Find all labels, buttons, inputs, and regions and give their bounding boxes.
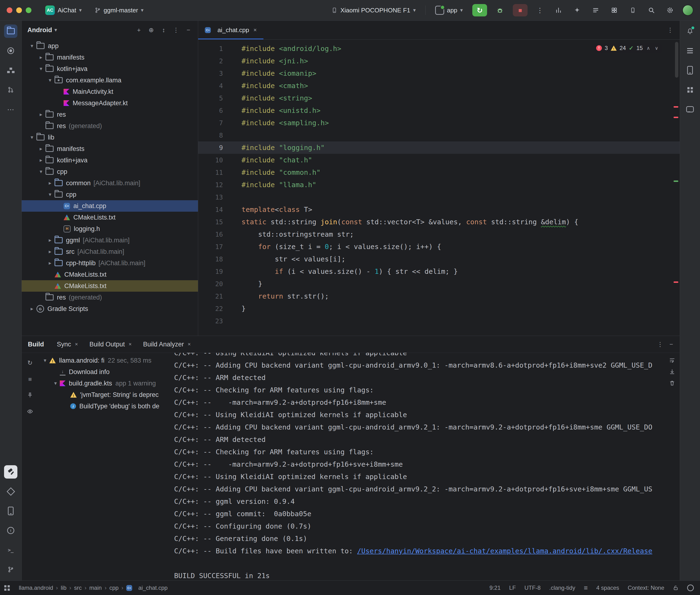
breadcrumb-item[interactable]: main [89,585,102,591]
chevron-right-icon[interactable]: ▸ [36,54,46,60]
code-style-icon[interactable]: ≡ [584,584,588,592]
scroll-to-end-icon[interactable] [669,369,675,375]
tree-item-com-example-llama[interactable]: ▾com.example.llama [22,75,198,86]
more-tool-windows-icon[interactable]: ⋯ [4,103,18,116]
close-tab-icon[interactable]: × [75,341,78,347]
line-number[interactable]: 3 [198,70,223,77]
clear-console-icon[interactable] [669,380,675,386]
line-number[interactable]: 6 [198,107,223,114]
more-actions-button[interactable]: ⋮ [534,4,546,17]
problems-tool-icon[interactable]: ! [4,524,18,537]
chevron-right-icon[interactable]: ▸ [36,146,46,152]
code-line-2[interactable]: 2#include <jni.h> [198,55,680,67]
tree-item-kotlin-java[interactable]: ▸kotlin+java [22,154,198,166]
project-selector[interactable]: AC AiChat ▾ [42,4,85,17]
user-avatar[interactable] [682,5,693,16]
lock-icon[interactable] [673,585,678,591]
line-number[interactable]: 18 [198,255,223,263]
breadcrumb-item[interactable]: llama.android [19,585,53,591]
tab-build-output[interactable]: Build Output × [84,336,137,352]
line-number[interactable]: 7 [198,119,223,127]
line-number[interactable]: 9 [198,144,223,151]
build-tree-item[interactable]: ▾!llama.android: fi22 sec, 583 ms [38,355,171,366]
cursor-position[interactable]: 9:21 [489,585,501,591]
tree-item-ggml[interactable]: ▸ggml[AiChat.lib.main] [22,234,198,246]
line-number[interactable]: 14 [198,206,223,213]
build-tree-item[interactable]: ↓Download info [38,366,171,378]
chevron-right-icon[interactable]: ▸ [36,157,46,163]
code-line-21[interactable]: 21 return str.str(); [198,290,680,302]
indent-widget[interactable]: 4 spaces [596,585,619,591]
line-number[interactable]: 4 [198,82,223,89]
tree-item-kotlin-java[interactable]: ▾kotlin+java [22,63,198,75]
tool-window-toggle-icon[interactable] [4,585,10,591]
tab-build-analyzer[interactable]: Build Analyzer × [137,336,196,352]
chevron-down-icon[interactable]: ▾ [51,380,60,387]
settings-gear-icon[interactable] [664,4,676,17]
tab-ai-chat-cpp[interactable]: C+ ai_chat.cpp × [198,21,263,39]
code-line-15[interactable]: 15static std::string join(const std::vec… [198,216,680,228]
device-selector[interactable]: Xiaomi POCOPHONE F1 ▾ [328,5,419,16]
soft-wrap-icon[interactable] [669,357,675,363]
locate-file-button[interactable]: ⊕ [146,25,157,35]
tree-item-cmakelists-txt[interactable]: CMakeLists.txt [22,212,198,223]
structure-tool-icon[interactable] [4,63,18,77]
code-line-19[interactable]: 19 if (i < values.size() - 1) { str << d… [198,265,680,278]
code-line-16[interactable]: 16 std::ostringstream str; [198,228,680,240]
chevron-down-icon[interactable]: ▾ [41,358,49,364]
chevron-right-icon[interactable]: ▸ [27,306,36,312]
tree-item-cpp[interactable]: ▾cpp [22,166,198,177]
code-line-4[interactable]: 4#include <cmath> [198,80,680,92]
breadcrumb-item[interactable]: lib [61,585,66,591]
chevron-right-icon[interactable]: ▸ [46,180,55,186]
tree-item-manifests[interactable]: ▸manifests [22,143,198,154]
editor[interactable]: 1#include <android/log.h>2#include <jni.… [198,39,680,336]
tree-item-lib[interactable]: ▾lib [22,132,198,143]
chevron-down-icon[interactable]: ▾ [36,66,46,72]
tree-item-app[interactable]: ▾app [22,40,198,52]
tree-item-res[interactable]: ▸res [22,109,198,120]
line-number[interactable]: 13 [198,194,223,201]
build-options-button[interactable]: ⋮ [657,341,663,348]
line-number[interactable]: 1 [198,45,223,52]
add-button[interactable]: + [134,25,144,35]
breadcrumb-item[interactable]: cpp [109,585,119,591]
code-line-10[interactable]: 10#include "chat.h" [198,154,680,166]
code-line-17[interactable]: 17 for (size_t i = 0; i < values.size();… [198,240,680,253]
tree-item-ai-chat-cpp[interactable]: C+ai_chat.cpp [22,200,198,212]
code-line-8[interactable]: 8 [198,129,680,141]
line-number[interactable]: 12 [198,181,223,189]
tree-item-gradle-scripts[interactable]: ▸GGradle Scripts [22,303,198,314]
line-number[interactable]: 21 [198,293,223,300]
build-variants-icon[interactable] [608,4,620,17]
line-separator-widget[interactable]: LF [509,585,516,591]
line-number[interactable]: 19 [198,268,223,275]
line-number[interactable]: 11 [198,169,223,176]
breadcrumb-item[interactable]: src [74,585,82,591]
code-line-6[interactable]: 6#include <unistd.h> [198,104,680,117]
line-number[interactable]: 5 [198,94,223,102]
editor-options-button[interactable]: ⋮ [665,25,675,35]
notifications-tool-icon[interactable] [683,25,697,38]
close-window-button[interactable] [7,7,12,13]
build-tree-item[interactable]: ▾build.gradle.ktsapp 1 warning [38,378,171,389]
eye-icon[interactable] [25,406,35,417]
app-inspection-tool-icon[interactable] [4,485,18,498]
debug-button[interactable] [493,4,507,17]
chevron-right-icon[interactable]: ▸ [36,111,46,118]
build-tree-item[interactable]: iBuildType 'debug' is both de [38,400,171,412]
chevron-right-icon[interactable]: ▸ [46,237,55,243]
vcs-branch-selector[interactable]: ggml-master ▾ [91,5,147,16]
tree-item-manifests[interactable]: ▸manifests [22,52,198,63]
code-line-13[interactable]: 13 [198,191,680,203]
panel-options-button[interactable]: ⋮ [171,25,181,35]
build-output-path-link[interactable]: /Users/hanyin/Workspace/ai-chat/examples… [357,547,652,555]
build-console[interactable]: C/C++: -- Using KleidiAI optimized kerne… [171,353,665,580]
zoom-window-button[interactable] [26,7,31,13]
device-mirror-icon[interactable] [627,4,639,17]
chevron-right-icon[interactable]: ▸ [46,260,55,266]
hide-build-panel-button[interactable]: − [670,341,673,348]
inspections-indicator-icon[interactable] [687,585,694,591]
run-configuration-selector[interactable]: app ▾ [432,4,466,17]
profiler-icon[interactable] [552,4,565,17]
